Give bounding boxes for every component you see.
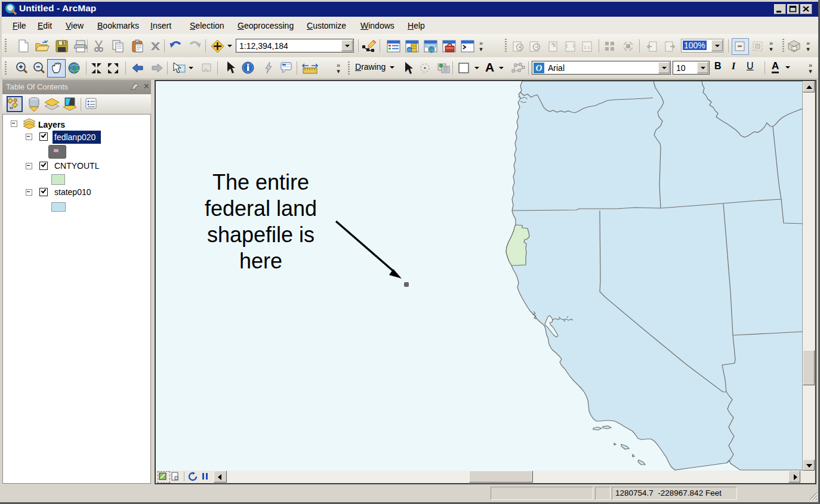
svg-text:O: O [536,63,542,73]
svg-text:1:1: 1:1 [584,45,591,50]
